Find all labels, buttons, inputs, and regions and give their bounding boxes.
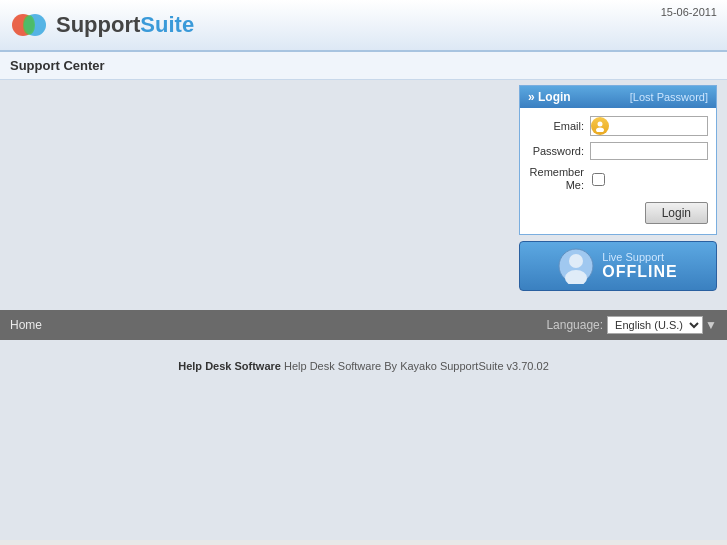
svg-point-3 xyxy=(598,122,603,127)
logo-icon xyxy=(10,6,48,44)
support-center-title: Support Center xyxy=(10,58,105,73)
live-support-badge[interactable]: Live Support OFFLINE xyxy=(519,241,717,291)
support-live-label: Live Support xyxy=(602,251,677,263)
support-avatar-icon xyxy=(558,248,594,284)
svg-point-2 xyxy=(23,15,35,35)
lost-password-link[interactable]: [Lost Password] xyxy=(630,91,708,103)
email-label: Email: xyxy=(528,120,590,132)
footer-nav: Home Language: English (U.S.) English Fr… xyxy=(0,310,727,340)
svg-point-6 xyxy=(569,254,583,268)
sub-header: Support Center xyxy=(0,52,727,80)
email-input[interactable] xyxy=(611,118,707,134)
help-desk-bold: Help Desk Software xyxy=(178,360,281,372)
password-row: Password: xyxy=(528,142,708,160)
help-desk-text: Help Desk Software By Kayako SupportSuit… xyxy=(281,360,549,372)
support-text: Live Support OFFLINE xyxy=(602,251,677,281)
password-input[interactable] xyxy=(591,143,707,159)
login-box: » Login [Lost Password] Email: xyxy=(519,85,717,235)
email-icon xyxy=(591,117,609,135)
login-button[interactable]: Login xyxy=(645,202,708,224)
header: SupportSuite 15-06-2011 xyxy=(0,0,727,52)
person-icon xyxy=(594,120,606,132)
svg-point-4 xyxy=(596,128,604,133)
email-input-wrapper xyxy=(590,116,708,136)
remember-me-label: RememberMe: xyxy=(528,166,590,192)
home-link[interactable]: Home xyxy=(10,318,42,332)
language-area: Language: English (U.S.) English French … xyxy=(546,316,717,334)
logo-text: SupportSuite xyxy=(56,12,194,38)
date-display: 15-06-2011 xyxy=(661,0,717,18)
login-header-title: » Login xyxy=(528,90,571,104)
password-input-wrapper xyxy=(590,142,708,160)
logo-area: SupportSuite xyxy=(10,6,194,44)
main-content: » Login [Lost Password] Email: xyxy=(0,80,727,310)
login-header: » Login [Lost Password] xyxy=(520,86,716,108)
remember-me-row: RememberMe: xyxy=(528,166,708,192)
support-offline-label: OFFLINE xyxy=(602,263,677,281)
login-panel: » Login [Lost Password] Email: xyxy=(519,85,717,291)
language-dropdown-icon: ▼ xyxy=(705,318,717,332)
login-button-row: Login xyxy=(528,198,708,226)
language-select[interactable]: English (U.S.) English French German Spa… xyxy=(607,316,703,334)
password-label: Password: xyxy=(528,145,590,157)
footer-copyright: Help Desk Software Help Desk Software By… xyxy=(10,360,717,372)
email-row: Email: xyxy=(528,116,708,136)
language-label: Language: xyxy=(546,318,603,332)
login-form: Email: Password: xyxy=(520,108,716,234)
bottom-area: Help Desk Software Help Desk Software By… xyxy=(0,340,727,540)
remember-me-checkbox[interactable] xyxy=(592,173,605,186)
